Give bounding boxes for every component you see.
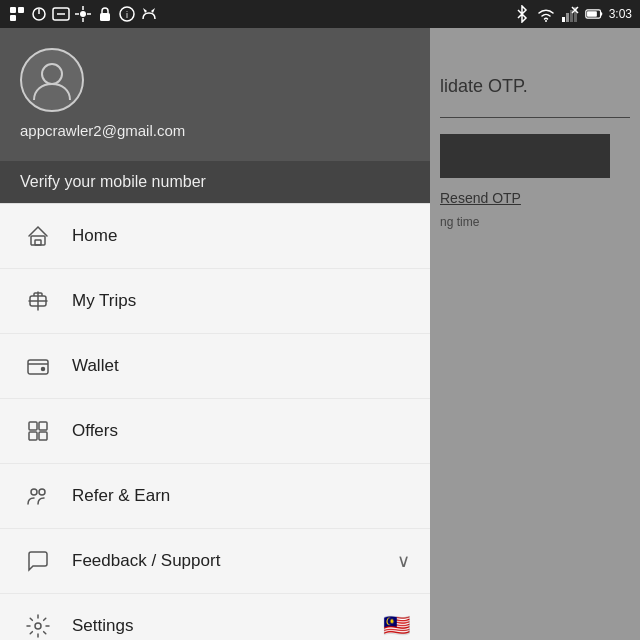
lock-icon <box>96 5 114 23</box>
menu-refer-earn-label: Refer & Earn <box>72 486 410 506</box>
menu-item-settings[interactable]: Settings 🇲🇾 <box>0 594 430 640</box>
svg-rect-25 <box>587 11 597 17</box>
svg-rect-1 <box>18 7 24 13</box>
svg-text:i: i <box>126 10 128 20</box>
menu-item-feedback-support[interactable]: Feedback / Support ∨ <box>0 529 430 594</box>
otp-screen: lidate OTP. Resend OTP ng time <box>430 56 640 640</box>
cat-icon <box>140 5 158 23</box>
svg-rect-26 <box>600 12 602 15</box>
svg-rect-31 <box>28 360 48 374</box>
info-icon: i <box>118 5 136 23</box>
svg-rect-2 <box>10 15 16 21</box>
menu-item-offers[interactable]: Offers <box>0 399 430 464</box>
user-avatar-icon <box>28 56 76 104</box>
app-icon-2 <box>30 5 48 23</box>
navigation-drawer: appcrawler2@gmail.com Verify your mobile… <box>0 28 430 640</box>
menu-item-home[interactable]: Home <box>0 204 430 269</box>
otp-submit-button[interactable] <box>440 134 610 178</box>
status-bar: i 3:03 <box>0 0 640 28</box>
avatar[interactable] <box>20 48 84 112</box>
resend-otp-link[interactable]: Resend OTP <box>440 190 630 206</box>
drawer-menu: Home My Trips Wallet Offers <box>0 204 430 640</box>
menu-home-label: Home <box>72 226 410 246</box>
clock: 3:03 <box>609 7 632 21</box>
bluetooth-icon <box>513 5 531 23</box>
menu-feedback-label: Feedback / Support <box>72 551 397 571</box>
svg-rect-33 <box>29 422 37 430</box>
wifi-icon <box>537 5 555 23</box>
trips-icon <box>20 283 56 319</box>
menu-item-my-trips[interactable]: My Trips <box>0 269 430 334</box>
app-icon-3 <box>52 5 70 23</box>
flag-icon: 🇲🇾 <box>383 613 410 639</box>
user-email: appcrawler2@gmail.com <box>20 122 185 139</box>
svg-marker-16 <box>151 8 155 13</box>
svg-point-38 <box>39 489 45 495</box>
svg-rect-36 <box>39 432 47 440</box>
refer-icon <box>20 478 56 514</box>
otp-wait-text: ng time <box>440 215 479 229</box>
svg-point-17 <box>545 20 547 22</box>
verify-mobile-text: Verify your mobile number <box>20 173 206 190</box>
svg-point-39 <box>35 623 41 629</box>
status-bar-right-icons: 3:03 <box>513 5 632 23</box>
svg-point-7 <box>80 11 86 17</box>
svg-point-37 <box>31 489 37 495</box>
drawer-header: appcrawler2@gmail.com <box>0 28 430 161</box>
otp-input-line <box>440 117 630 118</box>
app-icon-4 <box>74 5 92 23</box>
battery-icon <box>585 5 603 23</box>
settings-icon <box>20 608 56 640</box>
svg-point-32 <box>42 368 45 371</box>
svg-rect-19 <box>566 13 569 22</box>
menu-my-trips-label: My Trips <box>72 291 410 311</box>
menu-item-wallet[interactable]: Wallet <box>0 334 430 399</box>
svg-rect-0 <box>10 7 16 13</box>
home-icon <box>20 218 56 254</box>
chevron-down-icon: ∨ <box>397 550 410 572</box>
svg-rect-29 <box>35 240 41 245</box>
wallet-icon <box>20 348 56 384</box>
svg-rect-12 <box>100 13 110 21</box>
feedback-icon <box>20 543 56 579</box>
verify-mobile-bar[interactable]: Verify your mobile number <box>0 161 430 204</box>
svg-marker-15 <box>143 8 147 13</box>
menu-settings-label: Settings <box>72 616 383 636</box>
svg-rect-35 <box>29 432 37 440</box>
otp-title: lidate OTP. <box>440 76 630 97</box>
offers-icon <box>20 413 56 449</box>
app-icon-1 <box>8 5 26 23</box>
menu-offers-label: Offers <box>72 421 410 441</box>
menu-item-refer-earn[interactable]: Refer & Earn <box>0 464 430 529</box>
svg-point-27 <box>42 64 62 84</box>
signal-icon <box>561 5 579 23</box>
status-bar-left-icons: i <box>8 5 158 23</box>
svg-rect-34 <box>39 422 47 430</box>
svg-rect-18 <box>562 17 565 22</box>
menu-wallet-label: Wallet <box>72 356 410 376</box>
